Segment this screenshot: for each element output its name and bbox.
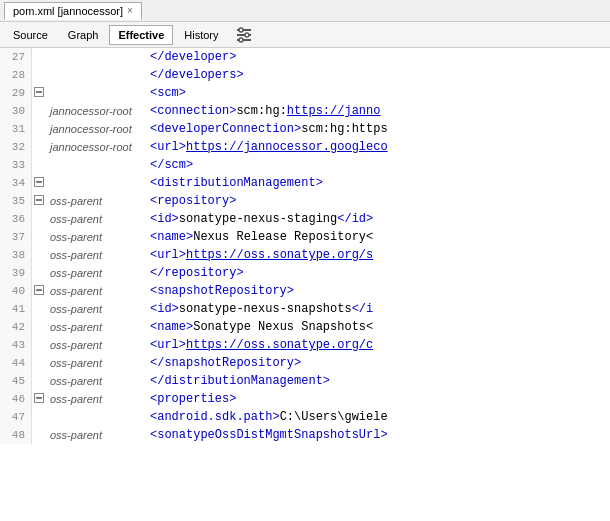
code-content: <scm> [146, 84, 186, 102]
table-row: 28 </developers> [0, 66, 610, 84]
line-number: 29 [0, 84, 32, 102]
source-label: oss-parent [46, 228, 146, 246]
line-number: 32 [0, 138, 32, 156]
graph-button[interactable]: Graph [59, 25, 108, 45]
table-row: 34 <distributionManagement> [0, 174, 610, 192]
line-number: 44 [0, 354, 32, 372]
line-number: 47 [0, 408, 32, 426]
fold-icon [32, 264, 46, 282]
fold-icon [32, 318, 46, 336]
code-content: <connection>scm:hg:https://janno [146, 102, 380, 120]
code-content: </distributionManagement> [146, 372, 330, 390]
fold-icon [32, 336, 46, 354]
line-number: 39 [0, 264, 32, 282]
fold-icon[interactable] [32, 84, 46, 102]
table-row: 44oss-parent </snapshotRepository> [0, 354, 610, 372]
code-content: <distributionManagement> [146, 174, 323, 192]
fold-icon [32, 228, 46, 246]
code-content: <snapshotRepository> [146, 282, 294, 300]
title-bar: pom.xml [jannocessor] × [0, 0, 610, 22]
fold-icon [32, 120, 46, 138]
line-number: 40 [0, 282, 32, 300]
fold-icon [32, 372, 46, 390]
code-content: <url>https://oss.sonatype.org/c [146, 336, 373, 354]
code-content: <name>Nexus Release Repository< [146, 228, 373, 246]
code-content: </repository> [146, 264, 244, 282]
source-label: oss-parent [46, 372, 146, 390]
effective-button[interactable]: Effective [109, 25, 173, 45]
code-content: <name>Sonatype Nexus Snapshots< [146, 318, 373, 336]
source-label: oss-parent [46, 282, 146, 300]
fold-icon [32, 354, 46, 372]
history-button[interactable]: History [175, 25, 227, 45]
svg-point-5 [239, 38, 243, 42]
source-label: oss-parent [46, 318, 146, 336]
line-number: 38 [0, 246, 32, 264]
line-number: 37 [0, 228, 32, 246]
fold-icon [32, 102, 46, 120]
table-row: 40oss-parent <snapshotRepository> [0, 282, 610, 300]
fold-icon [32, 300, 46, 318]
table-row: 46oss-parent <properties> [0, 390, 610, 408]
source-label: oss-parent [46, 246, 146, 264]
source-label: oss-parent [46, 336, 146, 354]
line-number: 31 [0, 120, 32, 138]
line-number: 34 [0, 174, 32, 192]
code-content: <sonatypeOssDistMgmtSnapshotsUrl> [146, 426, 388, 444]
source-label: oss-parent [46, 264, 146, 282]
code-content: <android.sdk.path>C:\Users\gwiele [146, 408, 388, 426]
code-content: <id>sonatype-nexus-snapshots</i [146, 300, 373, 318]
table-row: 31jannocessor-root <developerConnection>… [0, 120, 610, 138]
fold-icon[interactable] [32, 390, 46, 408]
fold-icon [32, 156, 46, 174]
source-label: oss-parent [46, 426, 146, 444]
fold-icon[interactable] [32, 174, 46, 192]
code-content: <url>https://jannocessor.googleco [146, 138, 388, 156]
code-content: <url>https://oss.sonatype.org/s [146, 246, 373, 264]
editor-tab[interactable]: pom.xml [jannocessor] × [4, 2, 142, 20]
code-content: </developers> [146, 66, 244, 84]
fold-icon [32, 426, 46, 444]
table-row: 38oss-parent <url>https://oss.sonatype.o… [0, 246, 610, 264]
table-row: 37oss-parent <name>Nexus Release Reposit… [0, 228, 610, 246]
line-number: 43 [0, 336, 32, 354]
table-row: 35oss-parent <repository> [0, 192, 610, 210]
source-label: oss-parent [46, 300, 146, 318]
code-content: <developerConnection>scm:hg:https [146, 120, 388, 138]
fold-icon[interactable] [32, 192, 46, 210]
toolbar: Source Graph Effective History [0, 22, 610, 48]
svg-point-4 [245, 33, 249, 37]
source-label [46, 174, 146, 192]
table-row: 43oss-parent <url>https://oss.sonatype.o… [0, 336, 610, 354]
source-button[interactable]: Source [4, 25, 57, 45]
table-row: 32jannocessor-root <url>https://jannoces… [0, 138, 610, 156]
settings-icon[interactable] [234, 25, 254, 45]
code-view[interactable]: 27 </developer>28 </developers>29 <scm>3… [0, 48, 610, 521]
code-content: </snapshotRepository> [146, 354, 301, 372]
source-label: oss-parent [46, 390, 146, 408]
source-label: oss-parent [46, 354, 146, 372]
line-number: 48 [0, 426, 32, 444]
svg-point-3 [239, 28, 243, 32]
table-row: 42oss-parent <name>Sonatype Nexus Snapsh… [0, 318, 610, 336]
table-row: 27 </developer> [0, 48, 610, 66]
close-tab-button[interactable]: × [127, 5, 133, 16]
source-label: jannocessor-root [46, 138, 146, 156]
source-label: oss-parent [46, 192, 146, 210]
table-row: 39oss-parent </repository> [0, 264, 610, 282]
code-content: <id>sonatype-nexus-staging</id> [146, 210, 373, 228]
fold-icon[interactable] [32, 282, 46, 300]
source-label [46, 66, 146, 84]
source-label [46, 408, 146, 426]
line-number: 45 [0, 372, 32, 390]
source-label [46, 84, 146, 102]
table-row: 45oss-parent </distributionManagement> [0, 372, 610, 390]
fold-icon [32, 210, 46, 228]
code-content: </developer> [146, 48, 236, 66]
source-label [46, 156, 146, 174]
table-row: 48oss-parent <sonatypeOssDistMgmtSnapsho… [0, 426, 610, 444]
tab-label: pom.xml [jannocessor] [13, 5, 123, 17]
table-row: 33 </scm> [0, 156, 610, 174]
code-content: <repository> [146, 192, 236, 210]
source-label: jannocessor-root [46, 102, 146, 120]
